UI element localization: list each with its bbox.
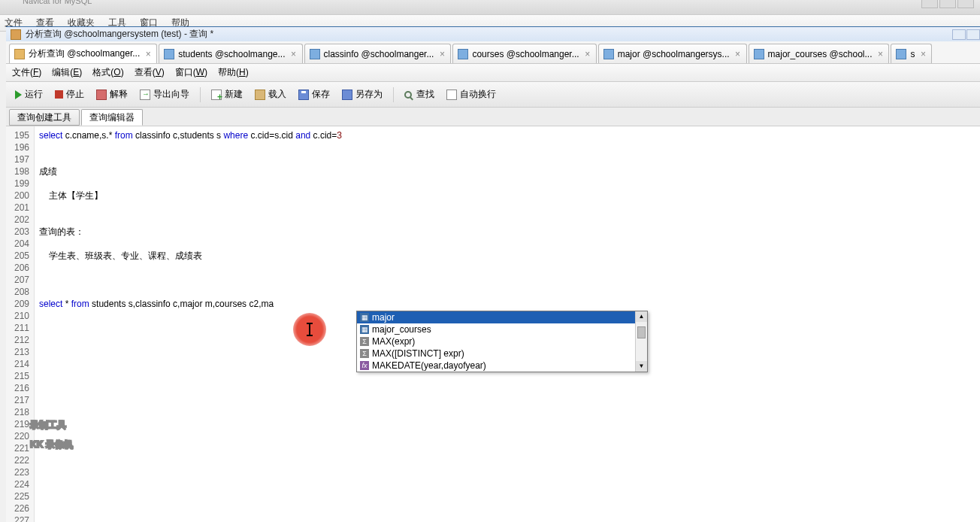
code-line[interactable]: 成绩 (39, 165, 980, 178)
run-button[interactable]: 运行 (11, 86, 47, 104)
tab-close-icon[interactable]: × (582, 49, 593, 59)
find-button[interactable]: 查找 (400, 86, 439, 104)
tab-close-icon[interactable]: × (733, 49, 743, 59)
inner-menu-item[interactable]: 查看(V) (135, 66, 165, 79)
line-number: 205 (6, 250, 29, 262)
line-number: 201 (6, 202, 29, 214)
code-line[interactable] (39, 262, 980, 274)
document-tab[interactable]: major_courses @school...× (749, 44, 890, 63)
line-number: 203 (6, 226, 29, 238)
saveas-button[interactable]: 另存为 (337, 86, 387, 104)
stop-icon (55, 90, 63, 99)
close-button[interactable] (957, 0, 974, 8)
code-line[interactable]: 查询的表： (39, 226, 980, 238)
tab-close-icon[interactable]: × (143, 49, 153, 59)
code-line[interactable] (39, 141, 980, 153)
line-number: 218 (6, 406, 29, 418)
code-area[interactable]: select c.cname,s.* from classinfo c,stud… (35, 126, 980, 522)
minimize-button[interactable] (921, 0, 938, 8)
document-tab[interactable]: major @schoolmangersys...× (598, 44, 747, 63)
scroll-up-icon[interactable]: ▲ (636, 311, 647, 322)
code-line[interactable]: select * from students s,classinfo c,maj… (39, 298, 980, 310)
code-line[interactable] (39, 406, 980, 418)
document-tab[interactable]: students @schoolmange...× (159, 44, 302, 63)
line-number: 207 (6, 274, 29, 286)
autocomplete-scrollbar[interactable]: ▲ ▼ (635, 311, 647, 372)
code-line[interactable] (39, 490, 980, 502)
recorder-watermark: 录制工具 KK 录像机 (30, 415, 73, 454)
tab-close-icon[interactable]: × (918, 49, 928, 59)
autowrap-button[interactable]: 自动换行 (442, 86, 501, 104)
scroll-thumb[interactable] (637, 326, 646, 338)
new-button[interactable]: 新建 (207, 86, 247, 104)
autocomplete-item[interactable]: ΣMAX(expr) (357, 335, 635, 347)
document-tab[interactable]: 分析查询 @schoolmanger...× (9, 44, 157, 63)
toolbar-separator (200, 87, 201, 102)
tab-query-builder[interactable]: 查询创建工具 (9, 109, 80, 126)
code-line[interactable] (39, 430, 980, 442)
line-number: 222 (6, 454, 29, 466)
table-icon (164, 49, 174, 59)
autocomplete-popup[interactable]: ▦major▦major_coursesΣMAX(expr)ΣMAX([DIST… (356, 311, 648, 372)
search-icon (404, 91, 412, 99)
app-window-buttons (921, 0, 974, 8)
tab-close-icon[interactable]: × (875, 49, 885, 59)
line-number: 212 (6, 334, 29, 346)
stop-button[interactable]: 停止 (50, 86, 89, 104)
table-icon (896, 49, 906, 59)
tab-close-icon[interactable]: × (437, 49, 447, 59)
save-button[interactable]: 保存 (294, 86, 334, 104)
code-line[interactable] (39, 214, 980, 226)
autocomplete-item[interactable]: fxMAKEDATE(year,dayofyear) (357, 360, 635, 372)
code-line[interactable] (39, 478, 980, 490)
document-tab[interactable]: courses @schoolmanger...× (452, 44, 596, 63)
code-line[interactable] (39, 418, 980, 430)
autocomplete-label: MAX([DISTINCT] expr) (372, 347, 464, 360)
table-icon: ▦ (360, 325, 369, 334)
function-icon: Σ (360, 337, 369, 346)
load-button[interactable]: 载入 (250, 86, 291, 104)
code-line[interactable]: 主体【学生】 (39, 190, 980, 202)
sql-editor[interactable]: 1951961971981992002012022032042052062072… (6, 126, 980, 522)
inner-menu-item[interactable]: 帮助(H) (218, 66, 249, 79)
code-line[interactable] (39, 454, 980, 466)
line-number: 213 (6, 346, 29, 358)
document-tab[interactable]: classinfo @schoolmanger...× (304, 44, 452, 63)
export-button[interactable]: 导出向导 (135, 86, 194, 104)
explain-button[interactable]: 解释 (92, 86, 132, 104)
sub-maximize-button[interactable] (966, 29, 980, 40)
line-number: 199 (6, 178, 29, 190)
scroll-down-icon[interactable]: ▼ (636, 361, 647, 372)
inner-menu-item[interactable]: 文件(F) (12, 66, 41, 79)
autocomplete-item[interactable]: ▦major (357, 311, 635, 323)
inner-menu-item[interactable]: 编辑(E) (52, 66, 82, 79)
autocomplete-item[interactable]: ΣMAX([DISTINCT] expr) (357, 347, 635, 360)
code-line[interactable] (39, 202, 980, 214)
code-line[interactable] (39, 502, 980, 514)
document-tab[interactable]: s× (891, 44, 932, 63)
tab-close-icon[interactable]: × (289, 49, 299, 59)
tab-label: major_courses @school... (768, 49, 873, 59)
tab-label: classinfo @schoolmanger... (324, 49, 434, 59)
code-line[interactable]: select c.cname,s.* from classinfo c,stud… (39, 129, 980, 141)
autocomplete-item[interactable]: ▦major_courses (357, 323, 635, 335)
code-line[interactable] (39, 274, 980, 286)
toolbar-separator (393, 87, 394, 102)
inner-menu-item[interactable]: 窗口(W) (175, 66, 207, 79)
maximize-button[interactable] (939, 0, 956, 8)
code-line[interactable] (39, 382, 980, 394)
inner-menu-item[interactable]: 格式(O) (92, 66, 123, 79)
code-line[interactable] (39, 153, 980, 165)
code-line[interactable] (39, 238, 980, 250)
code-line[interactable] (39, 514, 980, 522)
code-line[interactable] (39, 466, 980, 478)
sub-minimize-button[interactable] (952, 29, 966, 40)
tab-label: major @schoolmangersys... (618, 49, 730, 59)
code-line[interactable]: 学生表、班级表、专业、课程、成绩表 (39, 250, 980, 262)
code-line[interactable] (39, 442, 980, 454)
code-line[interactable] (39, 286, 980, 298)
tab-query-editor[interactable]: 查询编辑器 (81, 109, 143, 126)
table-icon (603, 49, 614, 59)
code-line[interactable] (39, 178, 980, 190)
code-line[interactable] (39, 394, 980, 406)
